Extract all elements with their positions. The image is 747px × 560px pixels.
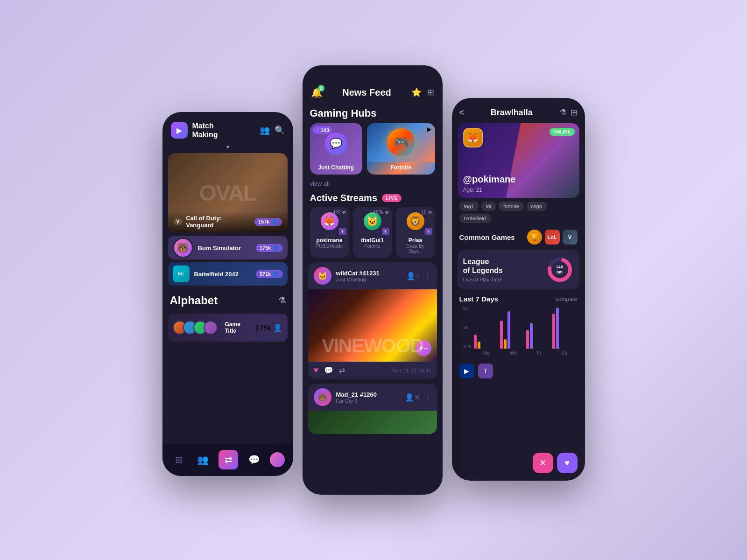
brawlhalla-title: Brawlhalla: [468, 108, 555, 118]
dropdown-indicator[interactable]: ▾: [162, 144, 293, 153]
common-games-title: Common Games: [459, 233, 527, 241]
right-header-icons: ⚗ ⊞: [559, 107, 578, 118]
gaming-hubs-title: Gaming Hubs: [310, 107, 435, 119]
alpha-avatars: [173, 321, 214, 335]
bar-group-we: [500, 311, 521, 349]
more-icon-2[interactable]: ⋮: [424, 393, 431, 402]
share-button[interactable]: ⇄: [339, 366, 345, 375]
add-friend-icon[interactable]: 👤+: [406, 272, 420, 280]
post-text-vinewood: VINEWOOD: [322, 335, 423, 357]
lol-subtitle: Overal Play Time: [463, 277, 541, 282]
active-streams-title: Active Streams: [310, 193, 378, 203]
stream-name-priaa: Priaa: [400, 237, 431, 244]
bum-viewers: 175k 👤: [256, 244, 283, 252]
stream-info-pokimane: pokimane PUBGMobile: [310, 235, 349, 249]
center-header: 🔔 2 News Feed ⭐ ⊞: [303, 77, 443, 104]
center-header-actions: ⭐ ⊞: [411, 87, 434, 98]
bar-sa-purple: [556, 308, 559, 349]
profile-age: Age: 21: [463, 187, 482, 193]
y-label-5h: 5H: [463, 307, 472, 311]
twitch-badge-priaa: T: [425, 228, 432, 235]
stream-viewers-priaa: 10 👁: [421, 210, 432, 215]
game-card-bum[interactable]: 🐻 Bum Simulator 175k 👤: [168, 236, 288, 259]
twitch-platform-badge[interactable]: T: [478, 364, 493, 378]
filter-icon-right[interactable]: ⚗: [559, 107, 567, 118]
view-all-link[interactable]: view all: [303, 180, 443, 187]
profile-hero-bg: ONLINE 🦊 @pokimane Age: 21: [458, 123, 579, 198]
search-icon[interactable]: 🔍: [275, 125, 285, 135]
right-bottom-actions: ✕ ♥: [533, 453, 578, 473]
game-overlay-vanguard: V Call of Duty: Vanguard 157k 👤: [168, 211, 288, 232]
friends-icon[interactable]: 👥: [260, 125, 270, 135]
lol-card: Leagueof Legends Overal Play Time 14h 8m: [458, 250, 579, 289]
bar-mo-pink: [474, 335, 477, 349]
common-game-icon-valorant: V: [563, 230, 578, 245]
hub-card-fortnite[interactable]: ◆ 68 🎮 ▶ Fortnite: [367, 123, 435, 175]
tag-3[interactable]: csgo: [527, 202, 547, 211]
tag-2[interactable]: fortnite: [499, 202, 524, 211]
stream-card-thatgui[interactable]: 🐱 T 157k 👁 thatGui1 Fortnite: [353, 207, 392, 258]
compare-button[interactable]: compare: [556, 296, 578, 302]
stream-info-thatgui: thatGui1 Fortnite: [353, 235, 392, 249]
hub-card-chatting[interactable]: ◆ 143 💬 Just Chatting: [310, 123, 362, 175]
tag-0[interactable]: tag1: [459, 202, 479, 211]
bf-badge: BF:: [173, 266, 190, 282]
post-timestamp: Sep 18, 21 18:32: [392, 368, 431, 373]
far-cry-preview: [308, 411, 437, 434]
stream-card-pokimane[interactable]: 🦊 T 422 👁 pokimane PUBGMobile: [310, 207, 349, 258]
stream-card-top-pokimane: 🦊 T 422 👁: [310, 207, 349, 235]
stream-card-priaa[interactable]: 🦁 T 10 👁 Priaa Dead By Dayl...: [396, 207, 435, 258]
ps-logo-small: ▶: [427, 126, 431, 133]
notification-bell[interactable]: 🔔 2: [311, 87, 323, 98]
x-label-mo: Mo: [483, 350, 490, 356]
like-button[interactable]: ♥: [314, 365, 319, 375]
nav-friends[interactable]: 👥: [195, 451, 211, 468]
hub-label-fortnite: Fortnite: [367, 164, 435, 171]
alpha-game-card[interactable]: Game Title 175k 👤: [168, 314, 288, 342]
lol-title: Leagueof Legends: [463, 257, 541, 275]
filter-icon[interactable]: ⚗: [278, 295, 286, 306]
tag-4[interactable]: battelfield: [459, 214, 491, 223]
back-button[interactable]: <: [459, 108, 465, 118]
game-card-battlefield[interactable]: BF: Battelfield 2042 571k 👤: [168, 262, 288, 286]
tags-section: tag1 lol fortnite csgo battelfield: [452, 198, 585, 227]
close-button[interactable]: ✕: [533, 453, 553, 473]
tag-1[interactable]: lol: [481, 202, 496, 211]
nav-active[interactable]: ⇄: [218, 450, 238, 469]
post-username-mad21: Mad_21 #1260: [336, 391, 400, 398]
platform-row: ▶ T: [452, 361, 585, 381]
settings-icon[interactable]: ⊞: [571, 107, 578, 118]
nav-avatar[interactable]: [270, 452, 285, 467]
heart-button[interactable]: ♥: [557, 453, 578, 473]
chart-bars-container: 5H 1H 30m: [459, 307, 578, 349]
ps-platform-badge[interactable]: ▶: [459, 364, 474, 378]
live-badge: LIVE: [382, 194, 402, 202]
nav-profile[interactable]: ⊞: [170, 451, 187, 468]
nav-chat[interactable]: 💬: [246, 451, 262, 468]
bum-avatar: 🐻: [173, 238, 193, 258]
chatting-icon: 💬: [325, 133, 347, 155]
favorites-icon[interactable]: ⭐: [411, 87, 422, 98]
right-header: < Brawlhalla ⚗ ⊞: [452, 98, 585, 123]
hub-count-chatting: ◆ 143: [313, 126, 332, 134]
grid-icon[interactable]: ⊞: [427, 87, 434, 98]
profile-username: @pokimane: [463, 174, 516, 185]
common-games-section: Common Games 🏆 LoL V: [452, 227, 585, 247]
game-card-vanguard[interactable]: OVAL V Call of Duty: Vanguard 157k 👤: [168, 153, 288, 232]
twitch-badge-pokimane: T: [339, 228, 346, 235]
bars-group: [474, 307, 573, 349]
phone-left: ▶ Match Making 👥 🔍 ▾ OVAL V Call of Duty…: [162, 112, 293, 476]
stream-game-pokimane: PUBGMobile: [314, 244, 345, 249]
y-label-30m: 30m: [463, 344, 472, 349]
post-image-wildcat: VINEWOOD ✦+: [308, 289, 437, 362]
last7-section: Last 7 Days compare 5H 1H 30m: [452, 292, 585, 361]
remove-friend-icon[interactable]: 👤✕: [405, 393, 420, 402]
gaming-hubs-section: Gaming Hubs ◆ 143 💬 Just Chatting: [303, 104, 443, 178]
donut-chart: 14h 8m: [546, 256, 574, 284]
bar-mo-orange: [478, 342, 480, 349]
matchmaking-title: Match Making: [192, 121, 255, 139]
comment-button[interactable]: 💬: [324, 366, 333, 375]
fortnite-icon: 🎮: [387, 128, 415, 156]
more-icon[interactable]: ⋮: [424, 272, 431, 280]
post-user-info-mad21: Mad_21 #1260 Far Cry 6: [336, 391, 400, 404]
